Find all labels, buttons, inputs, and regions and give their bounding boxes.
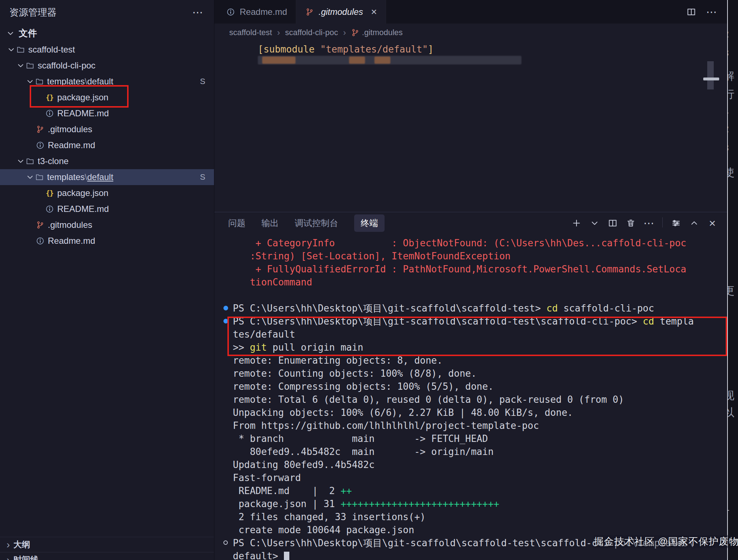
editor-more-actions-button[interactable]: ⋯ <box>707 7 716 17</box>
code-line: [submodule "templates/default"] <box>214 41 727 56</box>
tree-item-label: templates\default <box>47 172 113 182</box>
file-tree: scaffold-testscaffold-cli-poctemplates\d… <box>0 42 214 249</box>
terminal-line: 80efed9..4b5482c main -> origin/main <box>233 445 727 458</box>
explorer-title: 资源管理器 <box>9 6 56 19</box>
sidebar-item-outline[interactable]: › 大纲 <box>0 537 214 552</box>
terminal-more-actions-button[interactable]: ⋯ <box>644 218 654 228</box>
clipped-glyph: 现 <box>727 388 734 403</box>
git-branch-icon <box>35 221 45 229</box>
panel-tab-问题[interactable]: 问题 <box>228 214 246 232</box>
obscured-content <box>258 56 521 64</box>
terminal-line: >> git pull origin main <box>233 341 727 354</box>
timeline-label: 时间线 <box>13 554 38 560</box>
terminal-line: remote: Counting objects: 100% (8/8), do… <box>233 367 727 380</box>
tree-item-readme-md[interactable]: README.md <box>0 201 214 217</box>
breadcrumb-label: scaffold-test <box>229 28 272 37</box>
chevron-down-icon <box>16 62 25 70</box>
folder-icon <box>16 45 25 54</box>
editor-content[interactable]: [submodule "templates/default"] <box>214 41 727 212</box>
terminal-profile-dropdown[interactable] <box>590 218 599 228</box>
info-icon <box>35 141 45 150</box>
terminal-line: create mode 100644 package.json <box>233 523 727 536</box>
tree-item-label: README.md <box>57 108 109 118</box>
terminal-line: tionCommand <box>233 276 727 289</box>
tab-readme-md[interactable]: Readme.md <box>217 0 296 24</box>
explorer-more-actions-icon[interactable]: ⋯ <box>192 7 203 18</box>
terminal-line: + CategoryInfo : ObjectNotFound: (C:\Use… <box>233 237 727 250</box>
terminal-line: PS C:\Users\hh\Desktop\项目\git-scaffold\s… <box>233 315 727 328</box>
terminal-line: default> <box>233 549 727 560</box>
split-terminal-button[interactable] <box>608 218 617 228</box>
watermark: 掘金技术社区 @国家不保护废物 <box>594 535 738 548</box>
tree-item-label: scaffold-cli-poc <box>38 60 96 71</box>
breadcrumb-separator: › <box>277 28 280 38</box>
panel-tab-终端[interactable]: 终端 <box>354 214 385 232</box>
submodule-badge: S <box>200 77 205 86</box>
terminal-launch-options-button[interactable] <box>671 218 681 228</box>
tab-gitmodules[interactable]: .gitmodules× <box>296 0 386 24</box>
tree-item-package-json[interactable]: {}package.json <box>0 89 214 105</box>
terminal-line: Updating 80efed9..4b5482c <box>233 458 727 471</box>
editor-scrollbar[interactable] <box>707 61 714 89</box>
breadcrumb-item[interactable]: scaffold-cli-poc <box>285 28 338 37</box>
info-icon <box>35 237 45 245</box>
section-files[interactable]: 文件 <box>0 25 214 42</box>
tree-item-label: Readme.md <box>48 236 95 246</box>
folder-icon <box>35 77 44 86</box>
breadcrumb-item[interactable]: .gitmodules <box>351 28 403 37</box>
split-editor-button[interactable] <box>687 7 696 17</box>
command-indicator-dot <box>223 319 228 323</box>
sidebar-item-timeline[interactable]: › 时间线 <box>0 552 214 560</box>
git-branch-icon <box>35 125 45 134</box>
tree-item-templates-default[interactable]: templates\defaultS <box>0 169 214 185</box>
tree-item-package-json[interactable]: {}package.json <box>0 185 214 201</box>
tree-item-label: package.json <box>57 92 108 103</box>
tree-item-templates-default[interactable]: templates\defaultS <box>0 74 214 89</box>
new-terminal-button[interactable] <box>572 218 581 228</box>
chevron-down-icon <box>16 157 25 165</box>
clipped-glyph: 3 <box>727 142 729 154</box>
terminal-line: :String) [Set-Location], ItemNotFoundExc… <box>233 250 727 263</box>
terminal-cursor <box>284 552 289 560</box>
tree-item-gitmodules[interactable]: .gitmodules <box>0 121 214 137</box>
bottom-panel: 问题输出调试控制台终端 ⋯× + CategoryInfo : ObjectNo… <box>214 212 727 560</box>
terminal-line: * branch main -> FETCH_HEAD <box>233 432 727 445</box>
chevron-down-icon <box>25 173 35 181</box>
breadcrumb: scaffold-test›scaffold-cli-poc›.gitmodul… <box>214 24 727 41</box>
git-branch-icon <box>351 29 359 37</box>
tree-item-t3-clone[interactable]: t3-clone <box>0 153 214 169</box>
editor-tabbar: Readme.md.gitmodules× ⋯ <box>214 0 727 24</box>
tree-item-scaffold-cli-poc[interactable]: scaffold-cli-poc <box>0 58 214 74</box>
close-tab-icon[interactable]: × <box>371 7 377 17</box>
tree-item-label: .gitmodules <box>48 124 92 134</box>
breadcrumb-label: .gitmodules <box>362 28 403 37</box>
clipped-glyph: 3 <box>727 47 729 59</box>
adjacent-window-sliver: 23解行123使更现以T <box>727 0 738 560</box>
tree-item-readme-md[interactable]: README.md <box>0 105 214 121</box>
maximize-panel-button[interactable] <box>689 218 699 228</box>
clipped-glyph: 更 <box>727 284 734 298</box>
tree-item-readme-md[interactable]: Readme.md <box>0 233 214 249</box>
close-panel-button[interactable]: × <box>708 218 717 228</box>
submodule-badge: S <box>200 172 205 182</box>
terminal-line: package.json | 31 ++++++++++++++++++++++… <box>233 497 727 510</box>
scrollbar-marker <box>703 78 719 80</box>
breadcrumb-item[interactable]: scaffold-test <box>229 28 272 37</box>
clipped-glyph: 使 <box>727 165 734 180</box>
panel-tab-输出[interactable]: 输出 <box>261 214 279 232</box>
vscode-window: 资源管理器 ⋯ 文件 scaffold-testscaffold-cli-poc… <box>0 0 738 560</box>
tree-item-readme-md[interactable]: Readme.md <box>0 137 214 153</box>
terminal-line: Fast-forward <box>233 471 727 484</box>
terminal-line: remote: Enumerating objects: 8, done. <box>233 354 727 367</box>
info-icon <box>226 8 235 16</box>
tree-item-scaffold-test[interactable]: scaffold-test <box>0 42 214 58</box>
terminal[interactable]: + CategoryInfo : ObjectNotFound: (C:\Use… <box>214 234 727 560</box>
folder-icon <box>25 157 35 166</box>
json-icon: {} <box>45 189 54 197</box>
terminal-line: README.md | 2 ++ <box>233 484 727 497</box>
panel-tab-调试控制台[interactable]: 调试控制台 <box>295 214 338 232</box>
command-running-dot <box>223 540 228 545</box>
clipped-glyph: 2 <box>727 124 729 135</box>
tree-item-gitmodules[interactable]: .gitmodules <box>0 217 214 233</box>
kill-terminal-button[interactable] <box>626 218 636 228</box>
